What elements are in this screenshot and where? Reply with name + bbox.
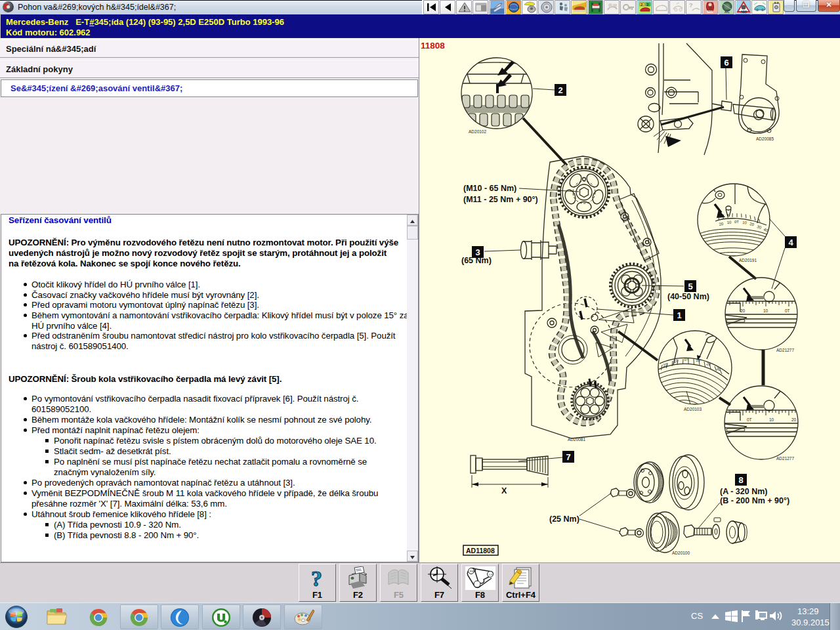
- svg-text:SRS: SRS: [707, 10, 713, 14]
- svg-text:?: ?: [689, 2, 693, 9]
- svg-text:10: 10: [742, 220, 747, 225]
- svg-text:0T: 0T: [785, 308, 790, 313]
- svg-text:11808: 11808: [421, 41, 445, 51]
- svg-text:AD20103: AD20103: [684, 407, 702, 411]
- svg-text:4: 4: [788, 238, 793, 247]
- svg-text:0T: 0T: [734, 220, 739, 224]
- svg-text:10: 10: [673, 358, 679, 364]
- svg-text:10: 10: [726, 220, 732, 224]
- svg-text:8: 8: [738, 475, 743, 485]
- svg-text:(25 Nm): (25 Nm): [549, 514, 579, 524]
- svg-text:10: 10: [696, 358, 701, 362]
- svg-text:?: ?: [311, 566, 322, 591]
- svg-text:AD21277: AD21277: [776, 456, 794, 461]
- svg-text:2: 2: [641, 3, 643, 7]
- svg-text:AD11808: AD11808: [466, 547, 495, 555]
- svg-text:A/C: A/C: [724, 10, 730, 14]
- svg-text:RWS: RWS: [469, 570, 476, 573]
- svg-text:(M11 - 25 Nm + 90°): (M11 - 25 Nm + 90°): [463, 195, 538, 204]
- svg-text:(65 Nm): (65 Nm): [461, 256, 492, 265]
- svg-text:6: 6: [724, 58, 728, 68]
- svg-text:LG: LG: [489, 573, 492, 576]
- svg-text:7: 7: [566, 452, 570, 462]
- svg-text:(B - 200 Nm + 90°): (B - 200 Nm + 90°): [720, 496, 789, 505]
- svg-text:20: 20: [706, 362, 712, 367]
- svg-text:1: 1: [677, 310, 681, 320]
- svg-text:AD21277: AD21277: [776, 348, 794, 352]
- svg-text:AD20100: AD20100: [672, 551, 690, 555]
- svg-text:20: 20: [719, 222, 724, 226]
- svg-text:20: 20: [740, 308, 746, 313]
- svg-text:2: 2: [558, 85, 562, 95]
- svg-text:(M10 - 65 Nm): (M10 - 65 Nm): [463, 184, 516, 193]
- svg-text:0T: 0T: [684, 357, 689, 362]
- svg-text:10: 10: [769, 417, 774, 422]
- svg-text:X: X: [501, 486, 507, 495]
- svg-text:(40-50 Nm): (40-50 Nm): [667, 292, 709, 301]
- svg-text:3: 3: [647, 3, 649, 7]
- svg-text:ABS: ABS: [741, 10, 747, 14]
- svg-text:AD20191: AD20191: [739, 258, 757, 262]
- svg-text:30: 30: [757, 224, 763, 230]
- svg-text:0T: 0T: [747, 417, 752, 422]
- svg-text:10: 10: [763, 308, 768, 313]
- svg-text:20: 20: [749, 222, 755, 226]
- svg-text:5: 5: [688, 282, 692, 291]
- svg-text:AD20081: AD20081: [568, 437, 585, 442]
- svg-text:20: 20: [791, 417, 797, 422]
- svg-text:AD20102: AD20102: [469, 129, 486, 134]
- svg-text:(A - 320 Nm): (A - 320 Nm): [720, 487, 767, 496]
- svg-text:AD20085: AD20085: [756, 136, 774, 141]
